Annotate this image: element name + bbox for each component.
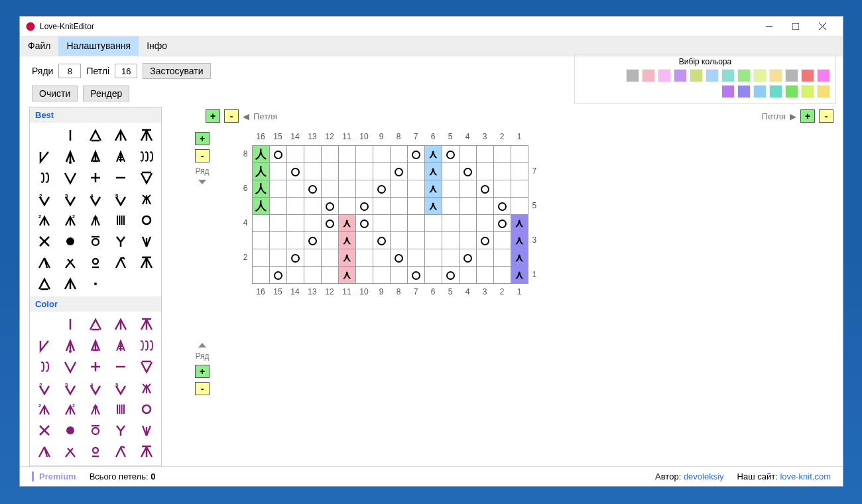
palette-glyph[interactable] (84, 125, 107, 145)
palette-glyph[interactable] (135, 357, 158, 377)
palette-glyph[interactable]: 4 (84, 189, 107, 209)
grid-cell[interactable] (424, 266, 442, 283)
loop-add-right[interactable]: + (800, 109, 815, 123)
color-swatch[interactable] (674, 69, 687, 82)
grid-cell[interactable] (304, 197, 321, 214)
palette-glyph[interactable] (32, 147, 56, 166)
grid-cell[interactable] (355, 231, 373, 249)
grid-cell[interactable] (304, 266, 321, 283)
grid-cell[interactable] (269, 197, 286, 214)
grid-cell[interactable] (269, 231, 286, 249)
palette-glyph[interactable]: 2 (58, 210, 82, 230)
grid-cell[interactable] (269, 214, 286, 231)
pattern-grid[interactable]: 161514131211109876543218人⋏人⋏76人⋏人⋏54⋏⋏⋏⋏… (235, 128, 545, 300)
color-swatch[interactable] (721, 85, 735, 98)
palette-glyph[interactable]: 2 (32, 378, 56, 398)
grid-cell[interactable] (304, 180, 321, 197)
palette-glyph[interactable] (84, 336, 107, 355)
color-swatch[interactable] (769, 85, 782, 98)
grid-cell[interactable]: ⋏ (424, 162, 442, 180)
color-swatch[interactable] (658, 69, 671, 82)
grid-cell[interactable] (355, 145, 373, 162)
palette-glyph[interactable] (84, 231, 107, 251)
close-button[interactable] (811, 17, 837, 36)
grid-cell[interactable] (304, 231, 321, 249)
palette-glyph[interactable]: 5 (109, 189, 133, 209)
grid-cell[interactable] (476, 162, 493, 180)
palette-glyph[interactable] (58, 253, 82, 273)
grid-cell[interactable] (407, 266, 424, 283)
palette-glyph[interactable] (32, 168, 56, 188)
grid-cell[interactable] (407, 162, 424, 180)
palette-glyph[interactable] (32, 125, 56, 145)
row-remove-top[interactable]: - (195, 149, 210, 162)
palette-glyph[interactable] (135, 399, 158, 419)
palette-glyph[interactable] (58, 336, 82, 355)
grid-cell[interactable] (269, 249, 286, 266)
grid-cell[interactable] (476, 249, 493, 266)
maximize-button[interactable] (784, 17, 811, 36)
palette-glyph[interactable] (135, 231, 158, 251)
stitch-palette[interactable]: Best 234522 Color 234522 (29, 107, 162, 466)
grid-cell[interactable] (390, 214, 407, 231)
grid-cell[interactable] (442, 231, 459, 249)
grid-cell[interactable] (269, 180, 286, 197)
grid-cell[interactable] (286, 145, 304, 162)
grid-cell[interactable] (373, 180, 390, 197)
grid-cell[interactable] (459, 231, 476, 249)
palette-glyph[interactable] (135, 274, 158, 294)
grid-cell[interactable] (252, 249, 269, 266)
grid-cell[interactable] (493, 214, 511, 231)
color-swatch[interactable] (737, 85, 751, 98)
grid-cell[interactable] (476, 266, 493, 283)
grid-cell[interactable] (407, 231, 424, 249)
grid-cell[interactable]: ⋏ (424, 145, 442, 162)
grid-cell[interactable] (390, 266, 407, 283)
grid-cell[interactable] (424, 249, 442, 266)
clear-button[interactable]: Очисти (32, 86, 78, 101)
grid-cell[interactable] (338, 162, 355, 180)
grid-cell[interactable] (442, 162, 459, 180)
grid-cell[interactable]: ⋏ (511, 214, 528, 231)
grid-cell[interactable] (304, 145, 321, 162)
grid-cell[interactable] (286, 266, 304, 283)
grid-cell[interactable]: 人 (252, 162, 269, 180)
grid-cell[interactable] (511, 197, 528, 214)
grid-cell[interactable] (442, 180, 459, 197)
palette-glyph[interactable] (84, 253, 107, 273)
grid-cell[interactable] (390, 249, 407, 266)
palette-glyph[interactable] (135, 378, 158, 398)
grid-cell[interactable] (493, 145, 511, 162)
menu-settings[interactable]: Налаштування (58, 36, 139, 56)
palette-glyph[interactable] (32, 442, 56, 462)
menu-info[interactable]: Інфо (139, 36, 175, 56)
palette-glyph[interactable]: 2 (32, 399, 56, 419)
grid-cell[interactable] (493, 197, 511, 214)
grid-cell[interactable]: ⋏ (511, 266, 528, 283)
color-swatch[interactable] (801, 69, 814, 82)
grid-cell[interactable]: 人 (252, 145, 269, 162)
grid-cell[interactable] (476, 145, 493, 162)
grid-cell[interactable]: ⋏ (511, 231, 528, 249)
palette-glyph[interactable] (32, 336, 56, 355)
loop-add-left[interactable]: + (206, 109, 220, 123)
minimize-button[interactable] (758, 17, 784, 36)
grid-cell[interactable] (476, 197, 493, 214)
palette-glyph[interactable] (109, 336, 133, 355)
palette-glyph[interactable] (84, 314, 107, 334)
grid-cell[interactable] (442, 145, 459, 162)
palette-glyph[interactable] (32, 231, 56, 251)
color-swatch[interactable] (785, 69, 798, 82)
color-swatch[interactable] (769, 69, 782, 82)
grid-cell[interactable] (252, 214, 269, 231)
grid-cell[interactable] (252, 231, 269, 249)
grid-cell[interactable] (286, 214, 304, 231)
grid-cell[interactable] (286, 197, 304, 214)
grid-cell[interactable] (390, 197, 407, 214)
palette-glyph[interactable] (135, 125, 158, 145)
grid-cell[interactable] (493, 266, 511, 283)
palette-glyph[interactable] (109, 253, 133, 273)
grid-cell[interactable]: ⋏ (424, 180, 442, 197)
palette-glyph[interactable]: 2 (32, 189, 56, 209)
palette-glyph[interactable] (135, 336, 158, 355)
